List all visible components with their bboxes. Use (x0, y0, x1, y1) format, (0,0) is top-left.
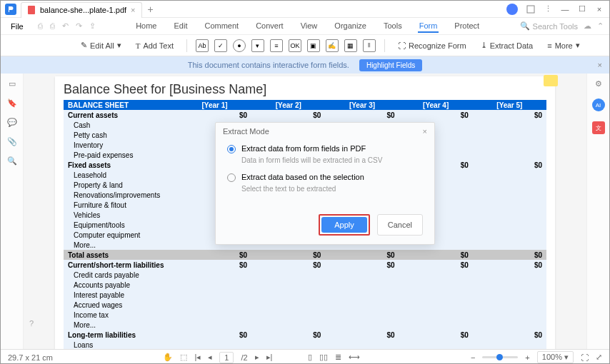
signature-tool[interactable]: ✍ (326, 39, 339, 52)
combobox-tool[interactable]: ▾ (251, 39, 264, 52)
fit-width-icon[interactable]: ⟷ (349, 353, 360, 362)
recognize-icon: ⛶ (398, 41, 406, 50)
search-tools[interactable]: 🔍 Search Tools (520, 21, 578, 31)
ai-icon[interactable]: AI (592, 98, 605, 111)
button-tool[interactable]: OK (289, 39, 301, 52)
document-canvas: Balance Sheet for [Business Name] BALANC… (24, 74, 586, 349)
zoom-out-icon[interactable]: − (471, 353, 475, 362)
table-row: Interest payable (64, 290, 546, 300)
continuous-icon[interactable]: ≣ (335, 353, 341, 362)
new-tab-button[interactable]: + (142, 4, 159, 15)
date-tool[interactable]: ▦ (344, 39, 357, 52)
close-window-icon[interactable]: × (595, 5, 604, 14)
more-button[interactable]: ≡More▾ (543, 39, 584, 52)
barcode-tool[interactable]: ⦀ (363, 39, 376, 52)
menu-comment[interactable]: Comment (203, 20, 240, 33)
edit-all-button[interactable]: ✎Edit All▾ (76, 39, 126, 52)
page-number-input[interactable]: 1 (219, 352, 234, 363)
more-icon: ≡ (547, 41, 551, 50)
recognize-form-button[interactable]: ⛶Recognize Form (394, 39, 471, 52)
prev-page-icon[interactable]: ◂ (208, 353, 212, 362)
sticky-note-icon[interactable] (544, 75, 558, 86)
table-row: Accounts payable (64, 280, 546, 290)
zoom-in-icon[interactable]: + (525, 353, 529, 362)
svg-rect-1 (28, 6, 35, 14)
radio-tool[interactable]: ● (233, 39, 246, 52)
add-text-button[interactable]: TAdd Text (131, 39, 178, 52)
menu-convert[interactable]: Convert (254, 20, 285, 33)
share-icon[interactable]: ⇪ (89, 21, 96, 31)
menu-edit[interactable]: Edit (172, 20, 189, 33)
menu-tools[interactable]: Tools (382, 20, 404, 33)
document-tab[interactable]: balance-she...plate-1.pdf × (21, 2, 142, 18)
redo-icon[interactable]: ↷ (76, 21, 82, 31)
table-row: Accrued wages (64, 300, 546, 310)
highlight-fields-button[interactable]: Highlight Fields (359, 59, 422, 71)
table-header: BALANCE SHEET[Year 1][Year 2][Year 3][Ye… (64, 100, 546, 110)
user-avatar[interactable] (506, 4, 518, 15)
settings-icon[interactable]: ⚙ (595, 79, 602, 89)
option-selection[interactable]: Extract data based on the selection (227, 173, 423, 182)
save-icon[interactable]: ⎙ (38, 21, 43, 31)
image-tool[interactable]: ▣ (307, 39, 320, 52)
menu-home[interactable]: Home (134, 20, 158, 33)
menu-organize[interactable]: Organize (333, 20, 368, 33)
undo-icon[interactable]: ↶ (62, 21, 69, 31)
dialog-close-icon[interactable]: × (423, 127, 427, 136)
titlebar: balance-she...plate-1.pdf × + ⋮ — ☐ × (1, 1, 609, 18)
last-page-icon[interactable]: ▸| (266, 353, 273, 362)
table-section: Total assets$0$0$0$0$0 (64, 250, 546, 260)
table-section: Current/short-term liabilities$0$0$0$0$0 (64, 260, 546, 270)
statusbar: 29.7 x 21 cm ✋ ⬚ |◂ ◂ 1 /2 ▸ ▸| ▯ ▯▯ ≣ ⟷… (1, 349, 609, 364)
chevron-down-icon: ▾ (576, 41, 580, 50)
attachments-icon[interactable]: 📎 (7, 137, 17, 146)
zoom-value[interactable]: 100% ▾ (537, 351, 574, 363)
notice-close-icon[interactable]: × (598, 61, 602, 69)
cancel-button[interactable]: Cancel (377, 214, 423, 236)
menu-protect[interactable]: Protect (453, 20, 481, 33)
table-row: Income tax (64, 310, 546, 320)
translate-icon[interactable]: 文 (592, 121, 605, 134)
app-menu-icon[interactable] (526, 5, 535, 14)
bookmarks-icon[interactable]: 🔖 (7, 98, 17, 108)
hand-tool-icon[interactable]: ✋ (163, 353, 173, 362)
minimize-icon[interactable]: — (561, 5, 569, 14)
search-panel-icon[interactable]: 🔍 (7, 156, 17, 166)
table-section: Long-term liabilities$0$0$0$0$0 (64, 330, 546, 340)
zoom-slider[interactable] (482, 356, 518, 358)
fullscreen-icon[interactable]: ⤢ (596, 353, 602, 362)
cloud-icon[interactable]: ☁ (584, 21, 591, 31)
single-page-icon[interactable]: ▯ (308, 353, 312, 362)
extract-data-button[interactable]: ⤓Extract Data (476, 39, 538, 52)
select-tool-icon[interactable]: ⬚ (180, 353, 187, 362)
pdf-icon (27, 6, 36, 14)
thumbnails-icon[interactable]: ▭ (9, 79, 16, 89)
notice-text: This document contains interactive form … (188, 61, 349, 69)
checkbox-tool[interactable]: ✓ (214, 39, 227, 52)
apply-button[interactable]: Apply (321, 217, 367, 233)
dialog-title: Extract Mode (223, 127, 269, 136)
two-page-icon[interactable]: ▯▯ (319, 353, 328, 362)
listbox-tool[interactable]: ≡ (270, 39, 283, 52)
form-toolbar: ✎Edit All▾ TAdd Text Ab ✓ ● ▾ ≡ OK ▣ ✍ ▦… (1, 35, 609, 56)
first-page-icon[interactable]: |◂ (194, 353, 201, 362)
next-page-icon[interactable]: ▸ (255, 353, 259, 362)
textfield-tool[interactable]: Ab (196, 39, 209, 52)
menu-form[interactable]: Form (418, 20, 439, 33)
search-placeholder: Search Tools (533, 22, 578, 31)
tab-close-icon[interactable]: × (131, 6, 135, 14)
fit-page-icon[interactable]: ⛶ (581, 353, 589, 362)
expand-icon[interactable]: ⌃ (597, 21, 604, 31)
menu-view[interactable]: View (299, 20, 319, 33)
print-icon[interactable]: ⎙ (50, 21, 55, 31)
left-sidebar: ▭ 🔖 💬 📎 🔍 (1, 74, 24, 349)
table-row: More... (64, 320, 546, 330)
kebab-icon[interactable]: ⋮ (544, 5, 552, 14)
maximize-icon[interactable]: ☐ (578, 5, 586, 14)
file-menu[interactable]: File (6, 21, 28, 32)
option-form-fields[interactable]: Extract data from form fields in PDF (227, 144, 423, 153)
menubar: File ⎙ ⎙ ↶ ↷ ⇪ HomeEditCommentConvertVie… (1, 18, 609, 35)
comments-icon[interactable]: 💬 (7, 118, 17, 127)
page-dimensions: 29.7 x 21 cm (8, 353, 53, 362)
help-icon[interactable]: ? (29, 319, 34, 328)
